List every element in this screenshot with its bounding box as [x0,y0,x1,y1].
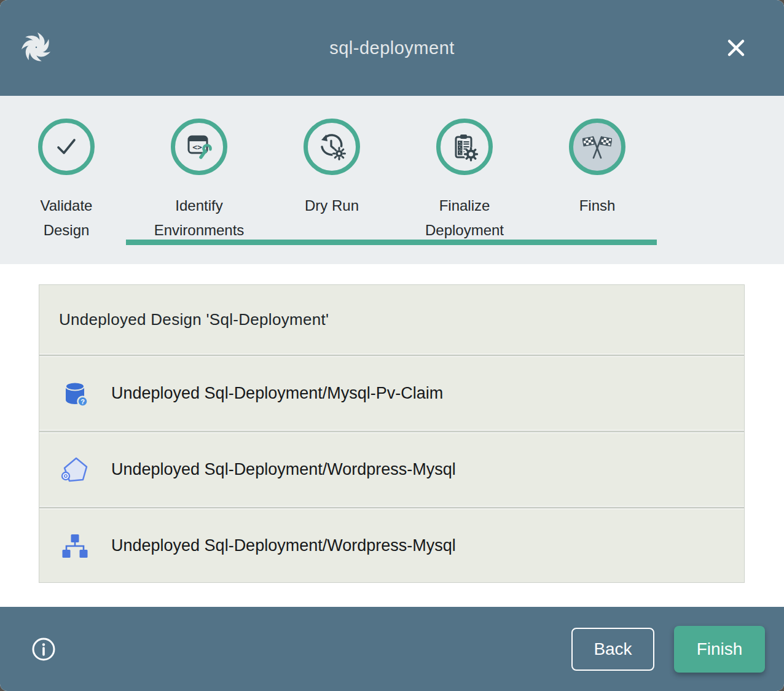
step-label: Identify Environments [154,193,245,243]
svg-text:?: ? [80,397,85,405]
footer-actions: Back Finish [571,626,765,673]
close-icon [725,37,747,59]
status-row-wordpress-mysql-deployment: Undeployed Sql-Deployment/Wordpress-Mysq… [39,509,744,582]
deployment-tree-icon [60,531,90,561]
svg-text:<>: <> [192,142,202,152]
status-list: Undeployed Design 'Sql-Deployment' ? Und… [39,284,745,583]
status-row-mysql-pv-claim: ? Undeployed Sql-Deployment/Mysql-Pv-Cla… [39,357,744,430]
back-button[interactable]: Back [571,628,654,671]
dialog-footer: Back Finish [0,607,784,691]
step-dry-run: Dry Run [265,96,398,264]
status-header-row: Undeployed Design 'Sql-Deployment' [39,285,744,354]
status-row-text: Undeployed Sql-Deployment/Wordpress-Mysq… [111,536,456,555]
check-icon [38,119,95,175]
meshery-logo-icon [18,29,54,65]
step-identify-environments: <> Identify Environments [133,96,265,264]
wizard-content: Undeployed Design 'Sql-Deployment' ? Und… [0,264,784,607]
code-window-wrench-icon: <> [171,119,227,175]
step-label: Finsh [579,193,616,218]
dialog-title: sql-deployment [329,38,455,58]
status-row-wordpress-mysql-service: Undeployed Sql-Deployment/Wordpress-Mysq… [39,433,744,506]
checkered-flags-icon [569,119,625,175]
row-divider [39,431,744,432]
close-button[interactable] [724,36,748,60]
step-finish: Finsh [531,96,664,264]
pentagon-service-icon [60,455,90,485]
step-finalize-deployment: Finalize Deployment [398,96,531,264]
status-header-text: Undeployed Design 'Sql-Deployment' [59,310,329,329]
row-divider [39,507,744,509]
clipboard-gear-icon [436,119,493,175]
info-icon [31,636,57,662]
info-button[interactable] [31,636,57,662]
step-label: Finalize Deployment [425,193,504,243]
step-validate-design: Validate Design [0,96,133,264]
history-gear-icon [304,119,360,175]
finish-button[interactable]: Finish [674,626,765,673]
database-icon: ? [60,379,90,408]
dialog-header: sql-deployment [0,0,784,96]
status-row-text: Undeployed Sql-Deployment/Wordpress-Mysq… [111,460,456,479]
step-label: Validate Design [41,193,93,243]
row-divider [39,354,744,356]
deployment-wizard-dialog: sql-deployment Validate Design [0,0,784,691]
status-row-text: Undeployed Sql-Deployment/Mysql-Pv-Claim [111,384,443,403]
stepper: Validate Design <> Identify Enviro [0,96,784,264]
step-label: Dry Run [305,193,359,218]
